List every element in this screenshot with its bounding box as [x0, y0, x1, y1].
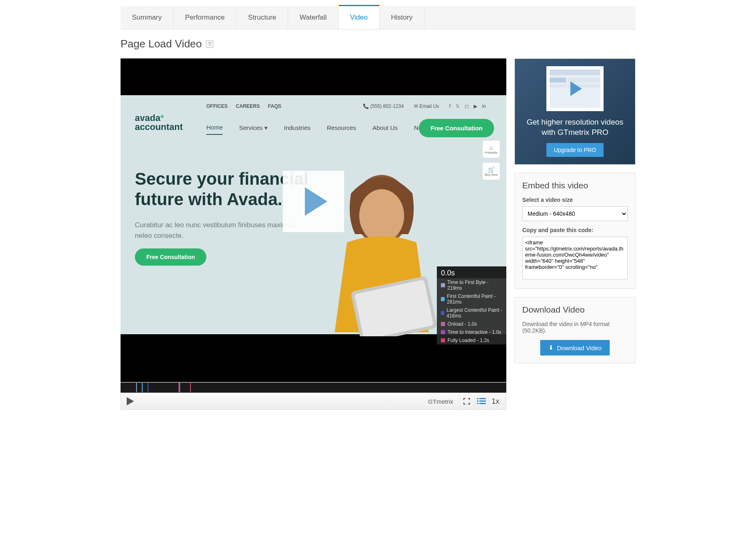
svg-rect-4: [477, 398, 479, 399]
metric-row: Time to Interactive - 1.0s: [437, 328, 506, 336]
tab-structure[interactable]: Structure: [237, 6, 288, 29]
video-timeline[interactable]: [121, 382, 506, 393]
brand-label: GTmetrix: [428, 398, 453, 405]
svg-rect-5: [479, 398, 486, 399]
embed-title: Embed this video: [522, 181, 628, 190]
help-icon[interactable]: ?: [206, 40, 213, 48]
preview-nav-item: About Us: [372, 124, 398, 134]
play-button[interactable]: [283, 171, 344, 232]
swatch-icon: [441, 330, 445, 334]
embed-panel: Embed this video Select a video size Med…: [514, 173, 635, 289]
instagram-icon: ◻: [465, 103, 469, 109]
facebook-icon: f: [449, 103, 450, 109]
metric-row: First Contentful Paint - 281ms: [437, 292, 506, 306]
metric-row: Onload - 1.0s: [437, 320, 506, 328]
metric-row: Time to First Byte - 219ms: [437, 278, 506, 292]
metric-row: Fully Loaded - 1.2s: [437, 336, 506, 344]
tab-video[interactable]: Video: [339, 5, 380, 29]
video-panel: OFFICES CAREERS FAQS 📞 (555) 802-1234 ✉ …: [121, 58, 506, 382]
preview-hero-cta: Free Consultation: [135, 248, 206, 266]
twitter-icon: 𝕏: [456, 103, 460, 109]
preview-nav-item: Services ▾: [239, 124, 268, 135]
embed-code-textarea[interactable]: [522, 237, 628, 279]
play-icon: [570, 81, 582, 96]
youtube-icon: ▶: [474, 103, 477, 109]
preview-cta-button: Free Consultation: [419, 119, 494, 137]
embed-size-label: Select a video size: [522, 197, 628, 203]
email-icon: ✉ Email Us: [414, 103, 439, 109]
download-title: Download Video: [522, 305, 628, 315]
chevron-down-icon: ▾: [264, 124, 268, 131]
svg-point-1: [359, 189, 404, 242]
svg-rect-6: [477, 400, 479, 402]
preview-nav-item: Home: [206, 124, 223, 135]
list-icon: [477, 397, 486, 405]
swatch-icon: [441, 283, 445, 287]
tab-summary[interactable]: Summary: [121, 6, 174, 29]
embed-size-select[interactable]: Medium - 640x480: [522, 206, 628, 221]
preview-logo: avada* accountant: [135, 114, 183, 132]
svg-rect-8: [477, 403, 479, 404]
tab-waterfall[interactable]: Waterfall: [288, 6, 338, 29]
tab-performance[interactable]: Performance: [174, 6, 237, 29]
promo-text: Get higher resolution videos with GTmetr…: [522, 117, 628, 137]
preview-widget: ⌂Prebuilts: [482, 140, 500, 158]
video-controls: GTmetrix 1x: [121, 393, 506, 410]
preview-nav: Home Services ▾ Industries Resources Abo…: [206, 124, 429, 135]
preview-topbar: OFFICES CAREERS FAQS 📞 (555) 802-1234 ✉ …: [206, 103, 486, 109]
preview-nav-item: Resources: [327, 124, 356, 134]
video-preview: OFFICES CAREERS FAQS 📞 (555) 802-1234 ✉ …: [121, 58, 506, 344]
legend-toggle-button[interactable]: [474, 394, 489, 409]
linkedin-icon: in: [482, 103, 486, 109]
svg-rect-9: [479, 403, 486, 404]
phone-icon: 📞 (555) 802-1234: [363, 103, 404, 109]
svg-rect-7: [479, 400, 486, 402]
metric-row: Largest Contentful Paint - 416ms: [437, 306, 506, 320]
swatch-icon: [441, 322, 445, 326]
tabs-bar: Summary Performance Structure Waterfall …: [121, 6, 635, 29]
play-icon: [305, 187, 327, 216]
preview-toplink: OFFICES: [206, 103, 228, 109]
preview-widget: 🛒Buy Now: [482, 162, 500, 180]
preview-hero-subtitle: Curabitur ac leo nunc vestibulum finibus…: [135, 220, 298, 241]
preview-nav-item: Industries: [284, 124, 311, 134]
embed-code-label: Copy and paste this code:: [522, 227, 628, 233]
swatch-icon: [441, 297, 445, 301]
promo-panel: Get higher resolution videos with GTmetr…: [514, 58, 635, 165]
promo-thumbnail: [546, 66, 604, 111]
swatch-icon: [441, 338, 445, 342]
speed-button[interactable]: 1x: [489, 394, 502, 409]
upgrade-button[interactable]: Upgrade to PRO: [546, 143, 604, 157]
download-desc: Download the video in MP4 format (50.2KB…: [522, 321, 628, 334]
page-title: Page Load Video: [121, 38, 202, 50]
fullscreen-button[interactable]: [459, 394, 474, 409]
preview-toplink: CAREERS: [236, 103, 260, 109]
play-small-button[interactable]: [127, 397, 134, 405]
swatch-icon: [441, 311, 444, 315]
preview-toplink: FAQS: [268, 103, 282, 109]
metrics-overlay: 0.0s Time to First Byte - 219ms First Co…: [437, 266, 506, 344]
fullscreen-icon: [463, 397, 471, 405]
tab-history[interactable]: History: [380, 6, 425, 29]
download-button[interactable]: ⬇ Download Video: [540, 340, 610, 355]
download-icon: ⬇: [548, 344, 554, 351]
metrics-time: 0.0s: [437, 266, 506, 278]
download-panel: Download Video Download the video in MP4…: [514, 297, 635, 363]
